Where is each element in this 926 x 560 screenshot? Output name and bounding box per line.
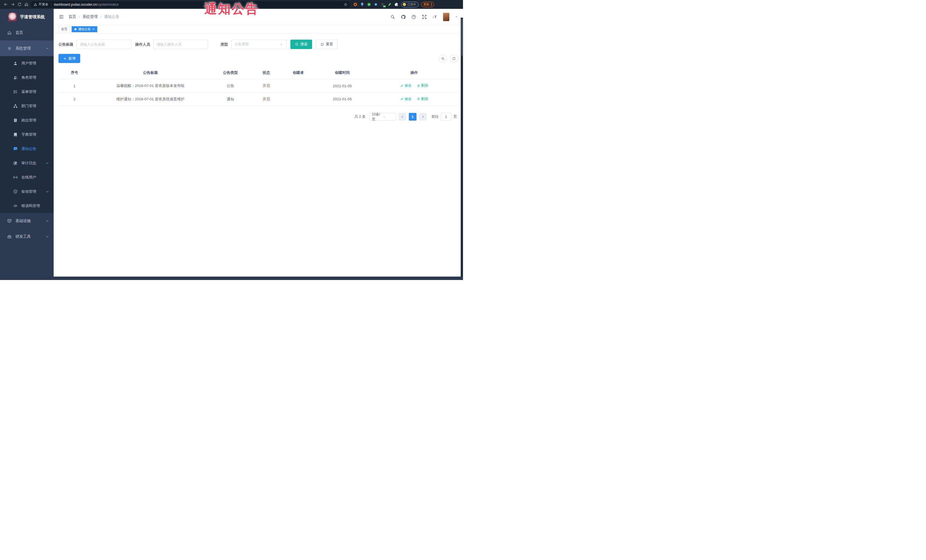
next-page-button[interactable] — [419, 113, 427, 121]
search-button-icon — [295, 42, 299, 46]
home-icon — [7, 30, 12, 35]
add-button[interactable]: 新增 — [59, 54, 80, 63]
sidebar-item-menu-list[interactable]: 菜单管理 — [0, 85, 54, 99]
sidebar-item-label: 短信管理 — [21, 189, 42, 194]
chevron-down-icon — [45, 190, 49, 193]
extension-blue-diamond-icon[interactable] — [374, 2, 378, 6]
delete-row-button[interactable]: 删除 — [417, 83, 428, 88]
scrollbar[interactable] — [461, 18, 463, 276]
sidebar-item-online-users[interactable]: 在线用户 — [0, 170, 54, 184]
online-users-icon — [13, 175, 18, 180]
bookmark-star-icon[interactable] — [344, 3, 348, 6]
extension-dark-on-icon[interactable]: on — [381, 2, 385, 6]
update-label: 更新 — [423, 3, 429, 6]
sidebar-item-announcement[interactable]: 通知公告 — [0, 142, 54, 156]
user-menu-chevron-down-icon[interactable] — [455, 15, 458, 18]
extension-cluster: on 已暂停 更新 — [353, 2, 435, 8]
breadcrumb-separator: / — [79, 15, 80, 19]
security-warning[interactable]: 不安全 — [34, 2, 48, 6]
extension-leaf-icon[interactable] — [387, 2, 392, 6]
column-header: 创建者 — [282, 70, 315, 75]
browser-back-icon[interactable] — [2, 1, 9, 8]
column-header: 公告标题 — [91, 70, 210, 75]
app-title: 芋道管理系统 — [20, 14, 45, 20]
sidebar-item-shield[interactable]: 短信管理 — [0, 184, 54, 199]
table-header-row: 序号公告标题公告类型状态创建者创建时间操作 — [59, 66, 458, 79]
toggle-search-button[interactable] — [439, 54, 447, 63]
breadcrumb-separator: / — [100, 15, 101, 19]
search-icon[interactable] — [390, 15, 395, 20]
table-toolbar: 新增 — [59, 54, 458, 63]
column-header: 创建时间 — [315, 70, 370, 75]
emoji-face-icon — [402, 3, 406, 6]
notice-table: 序号公告标题公告类型状态创建者创建时间操作 1温馨提醒：2018-07-01 若… — [59, 66, 458, 106]
sidebar-collapse-icon[interactable] — [59, 14, 64, 20]
omnibox-divider — [51, 3, 51, 6]
sidebar-item-label: 通知公告 — [21, 146, 49, 151]
delete-row-button[interactable]: 删除 — [417, 97, 428, 101]
sidebar-item-book[interactable]: 字典管理 — [0, 127, 54, 142]
users-icon — [13, 75, 18, 80]
sidebar-item-monitor[interactable]: 基础设施 — [0, 213, 54, 229]
sidebar-item-toolbox[interactable]: 研发工具 — [0, 229, 54, 245]
extension-paused-pill[interactable]: 已暂停 — [401, 2, 419, 8]
operator-filter-input[interactable] — [153, 40, 208, 49]
prev-page-button[interactable] — [398, 113, 406, 121]
goto-page-input[interactable] — [441, 113, 452, 121]
browser-home-icon[interactable] — [23, 1, 30, 8]
tab-active[interactable]: 通知公告× — [72, 26, 97, 32]
page-unit-label: 页 — [454, 114, 457, 119]
sidebar-item-users[interactable]: 角色管理 — [0, 71, 54, 85]
monitor-icon — [7, 219, 12, 223]
breadcrumb-item[interactable]: 系统管理 — [82, 14, 98, 20]
github-icon[interactable] — [401, 15, 406, 20]
sidebar-item-label: 部门管理 — [21, 104, 49, 109]
table-cell: 开启 — [250, 83, 282, 88]
title-filter-input[interactable] — [76, 40, 131, 49]
browser-menu-icon[interactable] — [431, 3, 432, 6]
table-cell: 温馨提醒：2018-07-01 若依新版本发布啦 — [91, 83, 210, 88]
sidebar-item-code[interactable]: 错误码管理 — [0, 199, 54, 213]
close-icon[interactable]: × — [92, 28, 94, 31]
page-number-button[interactable]: 1 — [409, 113, 416, 121]
sidebar-item-gear[interactable]: 系统管理 — [0, 41, 54, 56]
sidebar-item-label: 基础设施 — [15, 219, 42, 223]
tab-item[interactable]: 首页 — [59, 26, 70, 32]
extension-location-pin-icon[interactable] — [360, 2, 364, 6]
font-size-icon[interactable]: tT — [433, 15, 437, 20]
sidebar-item-user[interactable]: 用户管理 — [0, 56, 54, 71]
sidebar-item-home[interactable]: 首页 — [0, 25, 54, 41]
url-bar[interactable]: 不安全 dashboard.yudao.iocoder.cn/system/no… — [31, 1, 350, 8]
chevron-left-icon — [401, 115, 404, 118]
search-button[interactable]: 搜索 — [291, 40, 312, 49]
fullscreen-icon[interactable] — [422, 15, 427, 20]
page-size-select[interactable]: 10条/页 — [369, 113, 396, 121]
type-select-placeholder: 公告类型 — [235, 42, 280, 47]
edit-row-button[interactable]: 修改 — [400, 97, 412, 101]
app-logo-row[interactable]: 芋道管理系统 — [0, 9, 54, 25]
sidebar-item-badge[interactable]: 岗位管理 — [0, 113, 54, 127]
edit-row-button[interactable]: 修改 — [400, 83, 412, 88]
sidebar-item-org-tree[interactable]: 部门管理 — [0, 99, 54, 113]
extension-orange-ring-icon[interactable] — [353, 2, 357, 6]
column-header: 操作 — [370, 70, 458, 75]
column-header: 序号 — [59, 70, 91, 75]
help-icon[interactable] — [412, 15, 416, 20]
refresh-table-button[interactable] — [450, 54, 458, 63]
topbar: 首页/系统管理/通知公告 tT — [54, 9, 463, 25]
browser-update-button[interactable]: 更新 — [421, 2, 434, 8]
extensions-puzzle-icon[interactable] — [394, 2, 398, 6]
app-logo-image — [8, 12, 17, 21]
user-avatar[interactable] — [443, 13, 449, 21]
extension-green-circle-icon[interactable] — [367, 2, 371, 6]
breadcrumb-item[interactable]: 首页 — [68, 14, 76, 20]
table-cell: 2021-01-05 — [315, 84, 370, 88]
title-filter-label: 公告标题 — [59, 42, 73, 47]
sidebar-item-audit-log[interactable]: 审计日志 — [0, 156, 54, 170]
browser-forward-icon[interactable] — [9, 1, 16, 8]
reset-button[interactable]: 重置 — [316, 40, 337, 49]
browser-reload-icon[interactable] — [16, 1, 23, 8]
sidebar-item-label: 系统管理 — [15, 46, 42, 51]
book-icon — [13, 132, 18, 137]
type-filter-select[interactable]: 公告类型 — [231, 40, 286, 49]
